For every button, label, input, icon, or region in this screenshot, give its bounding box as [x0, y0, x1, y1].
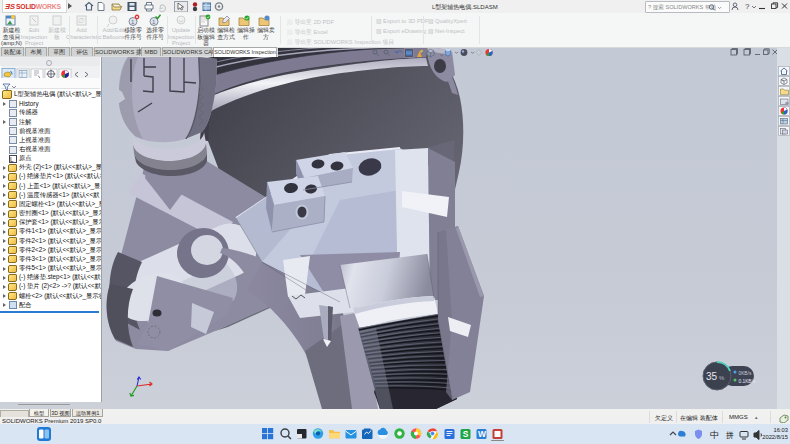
svg-text:0.1KB/s: 0.1KB/s	[739, 379, 756, 384]
svg-text:35: 35	[706, 371, 718, 382]
svg-text:%: %	[719, 375, 725, 381]
svg-text:中: 中	[710, 430, 719, 440]
svg-text:拼: 拼	[725, 431, 734, 440]
svg-text:S: S	[463, 429, 469, 439]
svg-text:W: W	[478, 429, 487, 439]
svg-text:?: ?	[745, 2, 750, 11]
svg-text:∅: ∅	[78, 17, 84, 24]
svg-text:0KB/s: 0KB/s	[739, 371, 752, 376]
